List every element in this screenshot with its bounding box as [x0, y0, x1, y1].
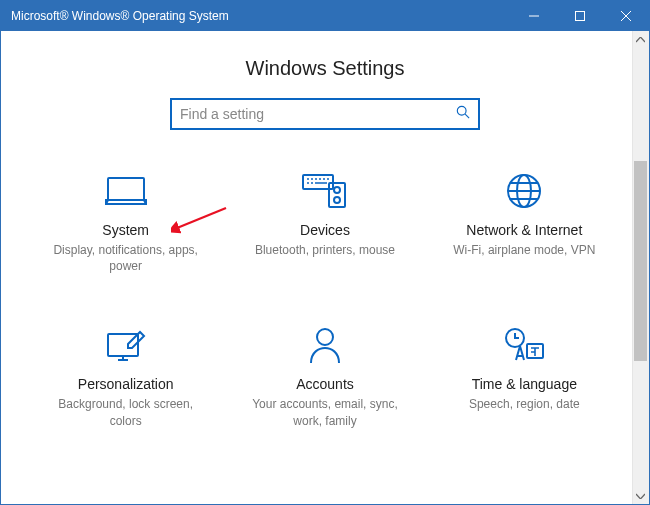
tile-name: Network & Internet — [466, 222, 582, 238]
tile-devices[interactable]: Devices Bluetooth, printers, mouse — [230, 170, 419, 274]
page-title: Windows Settings — [11, 57, 639, 80]
body: Windows Settings System Display, notific… — [1, 31, 649, 504]
tile-desc: Speech, region, date — [469, 396, 580, 412]
tile-desc: Background, lock screen, colors — [46, 396, 206, 428]
scrollbar[interactable] — [632, 31, 649, 504]
close-icon — [621, 11, 631, 21]
svg-rect-0 — [576, 12, 585, 21]
tile-desc: Wi-Fi, airplane mode, VPN — [453, 242, 595, 258]
tile-desc: Display, notifications, apps, power — [46, 242, 206, 274]
tile-name: Time & language — [472, 376, 577, 392]
search-box[interactable] — [170, 98, 480, 130]
search-input[interactable] — [180, 106, 456, 122]
tile-network[interactable]: Network & Internet Wi-Fi, airplane mode,… — [430, 170, 619, 274]
titlebar: Microsoft® Windows® Operating System — [1, 1, 649, 31]
settings-grid: System Display, notifications, apps, pow… — [11, 170, 639, 429]
scrollbar-down-button[interactable] — [632, 487, 649, 504]
search-wrap — [11, 98, 639, 130]
scrollbar-up-button[interactable] — [632, 31, 649, 48]
tile-accounts[interactable]: Accounts Your accounts, email, sync, wor… — [230, 324, 419, 428]
chevron-down-icon — [636, 493, 645, 499]
svg-point-5 — [334, 187, 340, 193]
personalization-icon — [104, 324, 148, 366]
content: Windows Settings System Display, notific… — [1, 31, 649, 504]
tile-system[interactable]: System Display, notifications, apps, pow… — [31, 170, 220, 274]
display-icon — [104, 170, 148, 212]
tile-time-language[interactable]: Time & language Speech, region, date — [430, 324, 619, 428]
tile-desc: Your accounts, email, sync, work, family — [245, 396, 405, 428]
maximize-button[interactable] — [557, 1, 603, 31]
tile-name: Devices — [300, 222, 350, 238]
person-icon — [308, 324, 342, 366]
devices-icon — [301, 170, 349, 212]
minimize-icon — [529, 11, 539, 21]
tile-name: System — [102, 222, 149, 238]
svg-point-6 — [334, 197, 340, 203]
time-language-icon — [502, 324, 546, 366]
window-title: Microsoft® Windows® Operating System — [1, 9, 511, 23]
svg-point-1 — [457, 106, 466, 115]
maximize-icon — [575, 11, 585, 21]
tile-desc: Bluetooth, printers, mouse — [255, 242, 395, 258]
svg-point-10 — [317, 329, 333, 345]
chevron-up-icon — [636, 37, 645, 43]
tile-personalization[interactable]: Personalization Background, lock screen,… — [31, 324, 220, 428]
close-button[interactable] — [603, 1, 649, 31]
svg-rect-2 — [108, 178, 144, 200]
minimize-button[interactable] — [511, 1, 557, 31]
search-icon — [456, 105, 470, 123]
window: Microsoft® Windows® Operating System Win… — [0, 0, 650, 505]
tile-name: Accounts — [296, 376, 354, 392]
scrollbar-thumb[interactable] — [634, 161, 647, 361]
globe-icon — [505, 170, 543, 212]
tile-name: Personalization — [78, 376, 174, 392]
